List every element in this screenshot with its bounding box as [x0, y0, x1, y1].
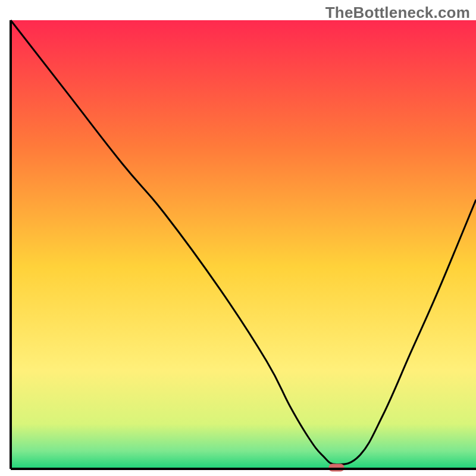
- bottleneck-chart: [0, 0, 476, 476]
- plot-background: [11, 20, 476, 469]
- chart-container: TheBottleneck.com: [0, 0, 476, 476]
- watermark-label: TheBottleneck.com: [325, 4, 470, 22]
